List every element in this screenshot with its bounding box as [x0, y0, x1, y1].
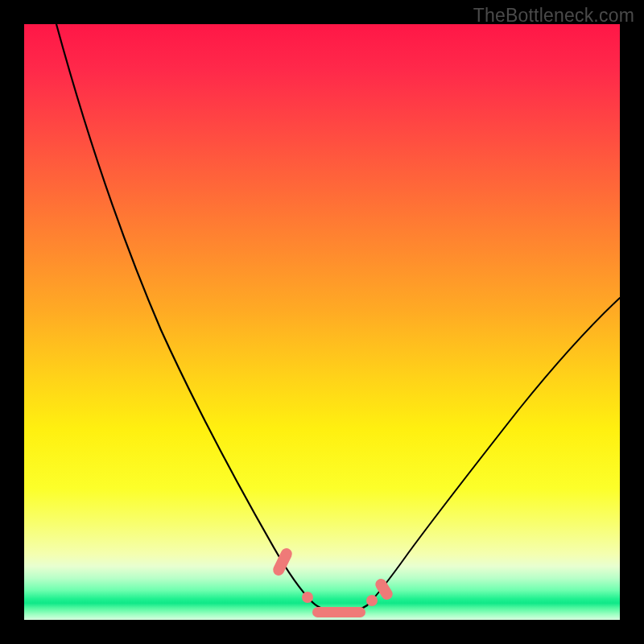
chart-frame: TheBottleneck.com [0, 0, 644, 644]
curves-svg [24, 24, 620, 620]
left-curve [56, 24, 312, 602]
marker-floor-pill [312, 607, 365, 617]
marker-left-pill [271, 547, 294, 577]
plot-area [24, 24, 620, 620]
watermark-text: TheBottleneck.com [473, 5, 634, 27]
marker-right-dot-1 [366, 595, 378, 606]
right-curve [367, 298, 620, 605]
marker-left-dot [302, 592, 313, 603]
